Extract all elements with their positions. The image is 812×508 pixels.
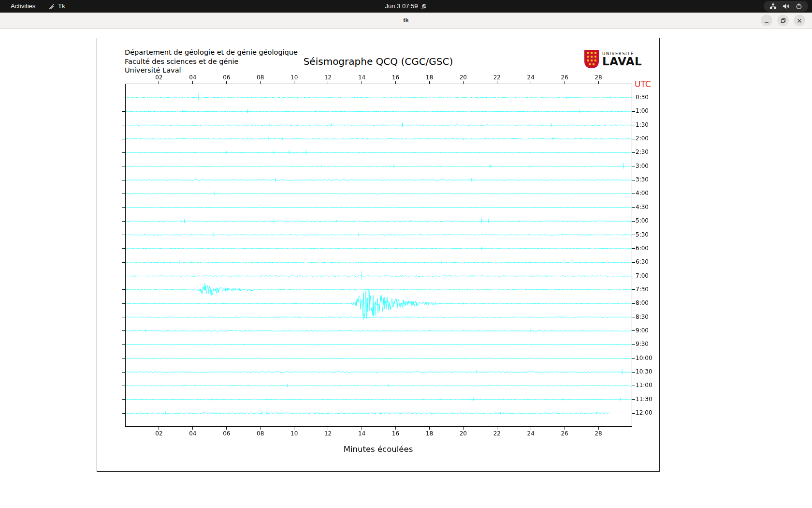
x-tick-label-bottom: 22	[490, 430, 504, 437]
x-tick-label-bottom: 08	[253, 430, 268, 437]
utc-time-label: 0:30	[636, 94, 649, 101]
utc-time-label: 11:00	[636, 382, 652, 388]
close-button[interactable]	[794, 15, 805, 26]
clock-menu[interactable]: Jun 3 07:59	[385, 0, 427, 13]
x-tick-label-bottom: 02	[152, 430, 166, 437]
minimize-icon	[764, 18, 769, 23]
x-tick-label-top: 22	[490, 74, 504, 81]
x-axis-label: Minutes écoulées	[97, 445, 659, 454]
focused-app-label: Tk	[58, 0, 65, 13]
universite-laval-logo: UNIVERSITÉ LAVAL	[584, 50, 642, 68]
notifications-muted-icon	[420, 3, 427, 10]
x-tick-label-bottom: 14	[355, 430, 369, 437]
laval-shield-icon	[584, 50, 599, 68]
utc-time-label: 6:30	[636, 258, 649, 265]
utc-time-label: 1:30	[636, 121, 649, 128]
system-status-area[interactable]	[764, 1, 808, 12]
x-tick-label-bottom: 16	[388, 430, 403, 437]
x-tick-label-bottom: 06	[219, 430, 234, 437]
seismogram-plot	[125, 84, 632, 427]
utc-time-label: 5:30	[636, 231, 649, 238]
minimize-button[interactable]	[761, 15, 772, 26]
utc-time-label: 12:00	[636, 409, 652, 416]
x-tick-label-bottom: 18	[422, 430, 436, 437]
x-tick-label-bottom: 20	[456, 430, 470, 437]
window-title: tk	[0, 13, 812, 28]
gnome-top-bar: Activities Tk Jun 3 07:59	[0, 0, 812, 13]
x-tick-label-bottom: 24	[523, 430, 538, 437]
utc-time-label: 9:30	[636, 341, 649, 347]
x-tick-label-top: 10	[287, 74, 302, 81]
x-tick-label-bottom: 26	[557, 430, 572, 437]
utc-time-label: 8:30	[636, 314, 649, 320]
restore-icon	[781, 18, 786, 23]
utc-time-label: 3:00	[636, 163, 649, 169]
logo-text-big: LAVAL	[602, 56, 642, 67]
utc-time-label: 2:00	[636, 135, 649, 142]
tk-icon	[48, 3, 55, 10]
utc-time-label: 7:00	[636, 272, 649, 279]
utc-label: UTC	[635, 79, 651, 89]
x-tick-label-top: 18	[422, 74, 436, 81]
utc-time-label: 7:30	[636, 286, 649, 293]
activities-button[interactable]: Activities	[7, 0, 39, 13]
utc-time-label: 3:30	[636, 176, 649, 183]
x-tick-label-top: 16	[388, 74, 403, 81]
utc-time-label: 4:30	[636, 204, 649, 210]
utc-time-label: 8:00	[636, 299, 649, 306]
seismograph-frame: Département de géologie et de génie géol…	[97, 38, 660, 472]
x-tick-label-bottom: 12	[321, 430, 335, 437]
x-tick-label-top: 04	[186, 74, 200, 81]
utc-time-label: 6:00	[636, 245, 649, 252]
utc-time-label: 1:00	[636, 107, 649, 114]
utc-time-label: 4:00	[636, 190, 649, 196]
seismograph-canvas	[125, 84, 632, 427]
maximize-button[interactable]	[777, 15, 789, 26]
utc-time-label: 10:00	[636, 355, 652, 361]
x-tick-label-bottom: 10	[287, 430, 302, 437]
logo-text: UNIVERSITÉ LAVAL	[602, 51, 642, 67]
x-tick-label-top: 28	[591, 74, 606, 81]
volume-icon	[783, 3, 790, 10]
power-icon	[796, 3, 802, 10]
window-titlebar[interactable]: tk	[0, 13, 812, 29]
network-icon	[769, 3, 777, 10]
utc-time-label: 9:00	[636, 327, 649, 334]
x-tick-label-top: 02	[152, 74, 166, 81]
clock-text: Jun 3 07:59	[385, 0, 418, 13]
x-tick-label-top: 24	[523, 74, 538, 81]
focused-app-menu[interactable]: Tk	[48, 0, 65, 13]
x-tick-label-top: 26	[557, 74, 572, 81]
x-tick-label-top: 08	[253, 74, 268, 81]
x-tick-label-top: 06	[219, 74, 234, 81]
utc-time-label: 2:30	[636, 149, 649, 155]
desktop: Activities Tk Jun 3 07:59	[0, 0, 812, 508]
utc-time-label: 11:30	[636, 396, 652, 403]
x-tick-label-bottom: 04	[186, 430, 200, 437]
plot-title: Séismographe QCQ (CGC/GSC)	[97, 56, 659, 67]
close-icon	[797, 18, 802, 23]
x-tick-label-top: 14	[355, 74, 369, 81]
x-tick-label-top: 12	[321, 74, 335, 81]
x-tick-label-bottom: 28	[591, 430, 606, 437]
utc-time-label: 10:30	[636, 368, 652, 375]
utc-time-label: 5:00	[636, 217, 649, 224]
x-tick-label-top: 20	[456, 74, 470, 81]
